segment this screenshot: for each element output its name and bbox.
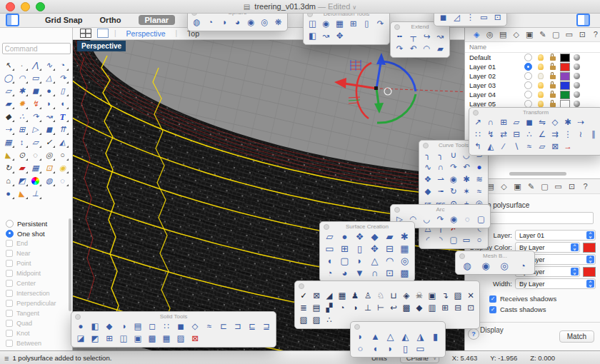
tool-icon[interactable]: ▷ [29,123,42,136]
tool-icon[interactable]: ◡ [420,213,434,226]
osnap-check-near[interactable]: Near [6,248,72,258]
palette-untitled[interactable]: ◗▲△◭◮▮○◖◗▯▭ [350,321,446,358]
tool-icon[interactable]: ❖ [352,231,367,243]
tool-icon[interactable]: ▦ [159,333,174,345]
tool-icon[interactable]: ⇢ [574,116,587,128]
tool-icon[interactable]: ◑ [217,16,231,29]
title-chevron-icon[interactable]: ∨ [352,4,356,11]
layer-current-radio[interactable] [522,72,534,80]
palette-close-button[interactable] [394,24,400,30]
tool-icon[interactable]: ◜ [421,234,434,246]
tool-icon[interactable]: ◢ [323,290,336,302]
layer-material-icon[interactable] [571,73,583,79]
layer-lock-icon[interactable] [546,91,559,98]
viewport-tab-perspective[interactable]: Perspective [122,29,170,38]
tool-icon[interactable]: ⊔ [387,290,400,302]
checkbox-icon[interactable] [6,250,13,257]
layers-hscrollbar[interactable] [509,172,566,176]
tool-icon[interactable]: ⊞ [439,302,451,314]
layer-row-layer-01[interactable]: Layer 01 [465,62,600,71]
tool-icon[interactable]: ◣ [1,148,15,161]
radio-icon[interactable] [6,230,14,238]
tool-icon[interactable]: ◔ [204,16,217,29]
tool-icon[interactable]: ▱ [536,141,549,153]
tool-icon[interactable]: ▱ [322,231,337,243]
checkbox-icon[interactable] [6,310,13,317]
tool-icon[interactable]: ⊞ [346,18,360,30]
single-viewport-icon[interactable] [97,29,109,38]
tool-icon[interactable]: ⊠ [188,333,202,345]
checkbox-icon[interactable] [6,240,13,247]
match-button[interactable]: Match [559,330,594,343]
tool-icon[interactable]: ◆ [367,231,382,243]
layer-lock-icon[interactable] [546,54,559,61]
tool-icon[interactable]: ≈ [523,141,536,153]
right-panel-toggle-icon[interactable] [576,14,590,26]
layer-row-default[interactable]: Default [465,53,600,62]
palette-curve-tools[interactable]: Curve Tools╮╮∪◡⊃∿∩↷↶●❖⇀◉✱≋◆╼↻✶≈FITDEG⊙+◎… [419,140,489,249]
tool-icon[interactable]: ⊥ [29,187,42,200]
tool-icon[interactable]: ⇋ [536,116,549,128]
tool-icon[interactable]: ↷ [29,110,42,123]
layer-visibility-bulb-icon[interactable] [534,101,546,107]
layer-row-layer-04[interactable]: Layer 04 [465,90,600,99]
tool-icon[interactable]: ↕ [15,136,29,148]
tool-icon[interactable]: ↯ [29,97,42,110]
tool-icon[interactable]: ◆ [102,320,116,333]
tool-icon[interactable]: ↯ [484,128,497,141]
tool-icon[interactable]: ♙ [361,290,374,302]
tool-icon[interactable]: ≀ [574,128,587,141]
osnap-check-tangent[interactable]: Tangent [6,308,72,318]
tool-icon[interactable]: ☠ [413,290,426,302]
tool-icon[interactable]: ⊡ [382,267,397,279]
palette-close-button[interactable] [473,110,479,116]
tool-icon[interactable]: ↻ [1,161,15,174]
tool-icon[interactable]: ▦ [336,290,349,302]
layer-current-radio[interactable] [522,63,534,71]
palette-solid-tools[interactable]: Solid Tools●◧◆◑▤◻∷◼◇≈⊏⊐⊑⊒◪◩⊞◫▣▩▦▨⊠ [71,311,276,348]
tool-icon[interactable]: ◉ [56,161,69,174]
palette-titlebar[interactable]: Transform [471,108,600,116]
tool-icon[interactable]: ↷ [393,43,406,55]
property-color-swatch[interactable] [583,243,596,253]
tool-icon[interactable]: ⊒ [259,320,274,333]
tool-icon[interactable]: ◆ [421,186,434,198]
layer-lock-icon[interactable] [546,82,559,89]
tool-icon[interactable]: ⊐ [231,320,245,333]
tool-icon[interactable]: ◆ [413,302,426,314]
tool-icon[interactable]: ▼ [352,267,367,279]
tool-icon[interactable]: ↶ [460,161,473,173]
tool-icon[interactable]: ▦ [397,243,412,255]
tool-icon[interactable]: ≈ [473,186,486,198]
tool-icon[interactable]: ∿ [421,161,434,173]
tool-icon[interactable]: ◔ [56,59,69,71]
palette-titlebar[interactable]: Surface Creation [322,223,412,231]
tool-icon[interactable]: ⇄ [497,128,510,141]
tool-icon[interactable]: ❋ [271,16,285,29]
layer-visibility-bulb-icon[interactable] [534,54,546,61]
tool-icon[interactable]: ● [473,161,486,173]
tool-icon[interactable]: ◭ [398,330,413,343]
palette-titlebar[interactable] [353,323,443,330]
stepper-icon[interactable]: ^v [586,280,594,288]
layer-color-swatch[interactable] [559,72,571,81]
command-input[interactable] [2,43,71,54]
tool-icon[interactable]: ◼ [29,84,42,97]
layer-color-swatch[interactable] [559,54,571,62]
tool-icon[interactable]: ● [74,320,88,333]
palette-titlebar[interactable]: Solid Tools [74,313,274,320]
tool-icon[interactable]: ◠ [382,255,397,267]
tool-icon[interactable]: ∩ [434,161,447,173]
tool-icon[interactable]: ↷ [56,71,69,84]
tool-icon[interactable]: ⊡ [42,161,56,174]
tool-icon[interactable]: ≋ [473,173,486,186]
layers-tab-icon[interactable]: ▭ [565,30,574,39]
tool-icon[interactable]: ▥ [426,302,439,314]
property-dropdown-layer[interactable]: Layer 01^v [515,230,596,241]
stepper-icon[interactable]: ^v [571,243,579,251]
tool-icon[interactable]: ▯ [398,343,413,355]
tool-icon[interactable]: ▦ [1,136,15,148]
properties-tab-icon[interactable]: ▢ [540,182,549,191]
tool-icon[interactable]: ⊟ [451,302,464,314]
tool-icon[interactable]: ◠ [15,71,29,84]
